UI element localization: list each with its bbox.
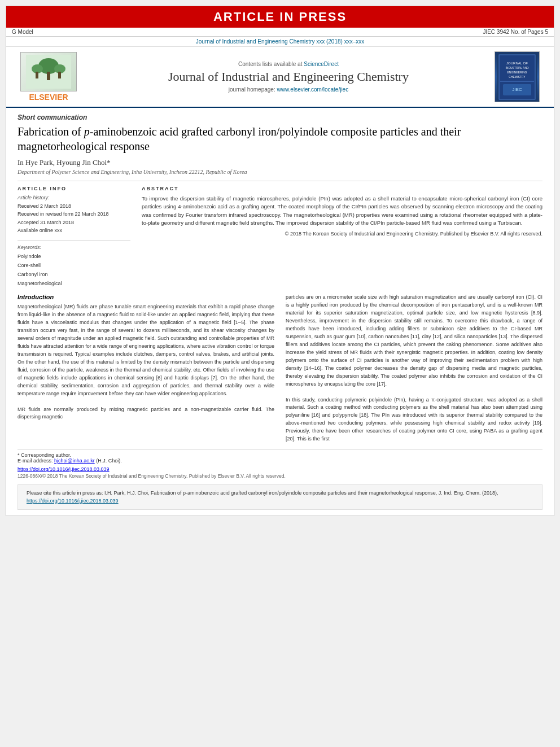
abstract-header: ABSTRACT	[142, 186, 542, 191]
journal-main-title: Journal of Industrial and Engineering Ch…	[82, 69, 495, 84]
header-center: Contents lists available at ScienceDirec…	[82, 61, 495, 93]
header-section: ELSEVIER Contents lists available at Sci…	[6, 47, 554, 108]
svg-text:ENGINEERING: ENGINEERING	[507, 71, 527, 74]
body-section: Introduction Magnetorheological (MR) flu…	[18, 294, 542, 443]
body-col-right: particles are on a micrometer scale size…	[286, 294, 542, 443]
elsevier-logo-image	[20, 52, 77, 91]
affiliation: Department of Polymer Science and Engine…	[18, 169, 542, 175]
divider	[18, 241, 130, 241]
homepage-link[interactable]: www.elsevier.com/locate/jiec	[277, 86, 348, 93]
keyword-2: Core-shell	[18, 261, 130, 270]
body-col-left: Introduction Magnetorheological (MR) flu…	[18, 294, 274, 443]
abstract-text: To improve the dispersion stability of m…	[142, 195, 542, 227]
svg-rect-2	[47, 72, 50, 80]
journal-cover-image: JOURNAL OF INDUSTRIAL AND ENGINEERING CH…	[495, 51, 540, 102]
svg-text:CHEMISTRY: CHEMISTRY	[509, 75, 526, 78]
elsevier-name: ELSEVIER	[29, 93, 68, 102]
citation-doi-link[interactable]: https://doi.org/10.1016/j.jiec.2018.03.0…	[27, 498, 119, 504]
doi-line: https://doi.org/10.1016/j.jiec.2018.03.0…	[18, 466, 542, 472]
gmodel-left: G Model	[12, 29, 33, 35]
article-info-col: ARTICLE INFO Article history: Received 2…	[18, 186, 130, 288]
svg-text:JOURNAL OF: JOURNAL OF	[506, 62, 528, 65]
keyword-1: Polyindole	[18, 252, 130, 261]
footnote-area: * Corresponding author. E-mail address: …	[18, 449, 542, 464]
copyright-text: © 2018 The Korean Society of Industrial …	[142, 230, 542, 238]
main-content: Short communication Fabrication of p-ami…	[6, 108, 554, 516]
svg-text:INDUSTRIAL AND: INDUSTRIAL AND	[505, 66, 529, 69]
accepted-date: Accepted 31 March 2018	[18, 219, 130, 226]
publisher-line: 1226-086X/© 2018 The Korean Society of I…	[18, 473, 542, 479]
header-right: JOURNAL OF INDUSTRIAL AND ENGINEERING CH…	[495, 51, 545, 102]
sciencedirect-link[interactable]: ScienceDirect	[304, 61, 339, 67]
article-title: Fabrication of p-aminobenzoic acid graft…	[18, 124, 542, 154]
journal-title-line: Journal of Industrial and Engineering Ch…	[6, 37, 554, 47]
elsevier-logo-area: ELSEVIER	[15, 52, 82, 102]
received-date: Received 2 March 2018	[18, 202, 130, 210]
article-history: Article history: Received 2 March 2018 R…	[18, 195, 130, 235]
corresponding-note: * Corresponding author.	[18, 452, 542, 458]
email-link[interactable]: hjchoi@inha.ac.kr	[54, 458, 95, 464]
svg-rect-5	[36, 72, 38, 78]
keyword-4: Magnetorheological	[18, 279, 130, 288]
abstract-col: ABSTRACT To improve the dispersion stabi…	[142, 186, 542, 288]
email-note: E-mail address: hjchoi@inha.ac.kr (H.J. …	[18, 458, 542, 464]
doi-link[interactable]: https://doi.org/10.1016/j.jiec.2018.03.0…	[18, 466, 110, 472]
article-type: Short communication	[18, 113, 542, 121]
svg-rect-6	[58, 72, 61, 78]
journal-homepage: journal homepage: www.elsevier.com/locat…	[82, 86, 495, 93]
intro-body-col1: Magnetorheological (MR) fluids are phase…	[18, 303, 274, 421]
revised-date: Received in revised form 22 March 2018	[18, 210, 130, 218]
citation-text: Please cite this article in press as: I.…	[27, 490, 498, 496]
intro-body-col2: particles are on a micrometer scale size…	[286, 294, 542, 443]
gmodel-right: JIEC 3942 No. of Pages 5	[483, 29, 548, 35]
banner-text: ARTICLE IN PRESS	[213, 10, 347, 24]
citation-box: Please cite this article in press as: I.…	[18, 484, 542, 510]
article-info-abstract-section: ARTICLE INFO Article history: Received 2…	[18, 181, 542, 288]
contents-available: Contents lists available at ScienceDirec…	[82, 61, 495, 67]
keywords-label: Keywords:	[18, 244, 130, 250]
article-info-header: ARTICLE INFO	[18, 186, 130, 191]
intro-title: Introduction	[18, 294, 274, 300]
keywords-section: Keywords: Polyindole Core-shell Carbonyl…	[18, 244, 130, 289]
journal-issue-title: Journal of Industrial and Engineering Ch…	[196, 38, 364, 45]
article-in-press-banner: ARTICLE IN PRESS	[6, 6, 554, 28]
history-label: Article history:	[18, 195, 130, 200]
available-date: Available online xxx	[18, 226, 130, 234]
authors: In Hye Park, Hyoung Jin Choi*	[18, 158, 542, 167]
keyword-3: Carbonyl iron	[18, 270, 130, 279]
gmodel-bar: G Model JIEC 3942 No. of Pages 5	[6, 28, 554, 37]
svg-text:JIEC: JIEC	[512, 87, 522, 92]
